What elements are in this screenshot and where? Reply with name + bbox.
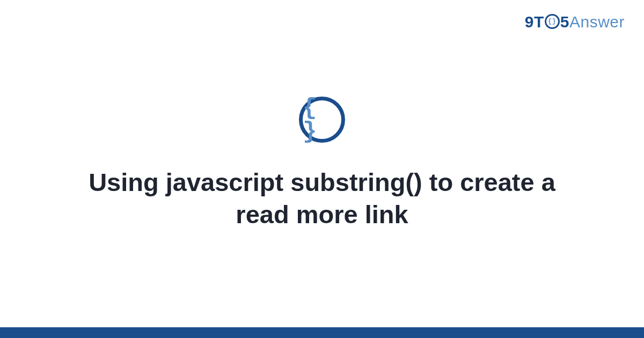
code-braces-icon: { }: [303, 96, 341, 143]
footer-bar: [0, 327, 644, 338]
page-title: Using javascript substring() to create a…: [80, 166, 564, 231]
topic-icon-circle: { }: [299, 97, 345, 143]
main-content: { } Using javascript substring() to crea…: [0, 0, 644, 327]
